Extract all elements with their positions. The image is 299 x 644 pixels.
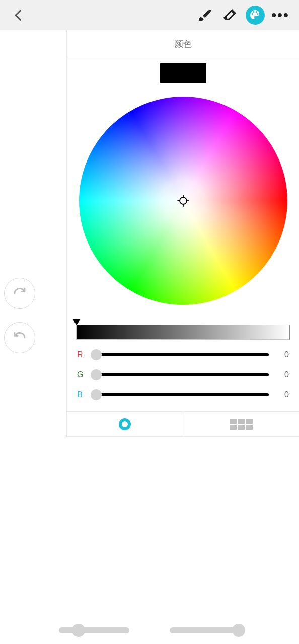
brightness-slider[interactable] xyxy=(76,325,290,340)
panel-title: 颜色 xyxy=(67,30,299,58)
redo-button[interactable] xyxy=(4,278,35,309)
b-slider[interactable] xyxy=(91,390,269,400)
r-label: R xyxy=(77,350,84,359)
tab-wheel[interactable] xyxy=(67,412,183,436)
top-toolbar: ••• xyxy=(0,0,299,30)
color-wheel[interactable] xyxy=(79,97,287,305)
g-slider[interactable] xyxy=(91,370,269,380)
rgb-sliders: R 0 G 0 B 0 xyxy=(67,346,299,401)
r-slider-row: R 0 xyxy=(77,349,289,361)
r-value: 0 xyxy=(276,350,289,359)
tab-swatches[interactable] xyxy=(183,412,299,436)
current-color-row xyxy=(67,58,299,87)
ring-icon xyxy=(119,418,131,430)
color-palette-button[interactable] xyxy=(243,3,268,28)
undo-button[interactable] xyxy=(4,322,35,353)
brush-opacity-slider[interactable] xyxy=(170,626,240,635)
current-color-swatch[interactable] xyxy=(160,63,206,83)
b-value: 0 xyxy=(276,390,289,399)
more-options-button[interactable]: ••• xyxy=(268,3,293,28)
bottom-sliders xyxy=(0,626,299,635)
g-label: G xyxy=(77,370,84,379)
eraser-tool-button[interactable] xyxy=(217,3,243,28)
color-panel-tabs xyxy=(67,411,299,436)
brush-tool-button[interactable] xyxy=(192,3,217,28)
g-slider-row: G 0 xyxy=(77,369,289,381)
g-value: 0 xyxy=(276,370,289,379)
color-wheel-container xyxy=(67,87,299,319)
more-icon: ••• xyxy=(271,8,289,22)
b-label: B xyxy=(77,390,84,399)
r-slider[interactable] xyxy=(91,350,269,360)
color-panel: 颜色 R 0 G 0 B xyxy=(66,30,299,437)
brightness-pointer-icon[interactable] xyxy=(72,319,81,325)
brightness-slider-container xyxy=(67,319,299,346)
svg-point-0 xyxy=(180,197,187,204)
brush-size-slider[interactable] xyxy=(59,626,129,635)
history-buttons xyxy=(4,278,35,353)
color-wheel-crosshair[interactable] xyxy=(176,194,190,208)
grid-icon xyxy=(230,419,253,430)
b-slider-row: B 0 xyxy=(77,389,289,401)
back-button[interactable] xyxy=(6,3,31,28)
